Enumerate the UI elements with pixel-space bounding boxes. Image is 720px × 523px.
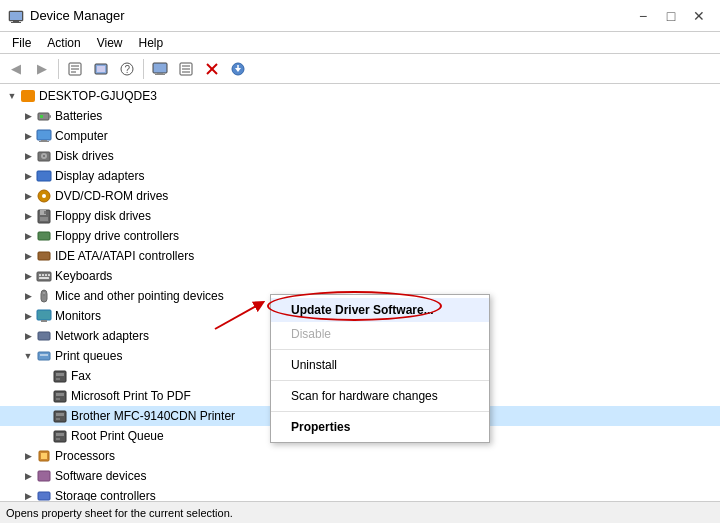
svg-point-35 xyxy=(42,194,46,198)
toolbar-help[interactable]: ? xyxy=(115,57,139,81)
svg-rect-66 xyxy=(56,438,60,440)
cpu-icon xyxy=(36,448,52,464)
svg-rect-55 xyxy=(54,371,66,382)
tree-ide[interactable]: ▶ IDE ATA/ATAPI controllers xyxy=(0,246,720,266)
tree-floppy-ctrl[interactable]: ▶ Floppy drive controllers xyxy=(0,226,720,246)
svg-point-32 xyxy=(43,155,45,157)
pdf-icon xyxy=(52,388,68,404)
ctx-update-driver[interactable]: Update Driver Software... xyxy=(271,298,489,322)
brother-label: Brother MFC-9140CDN Printer xyxy=(71,409,235,423)
svg-rect-43 xyxy=(39,274,41,276)
expand-software[interactable]: ▶ xyxy=(20,468,36,484)
svg-rect-68 xyxy=(41,453,47,459)
monitors-icon xyxy=(36,308,52,324)
close-button[interactable]: ✕ xyxy=(686,6,712,26)
expand-monitors[interactable]: ▶ xyxy=(20,308,36,324)
svg-rect-27 xyxy=(37,130,51,140)
expand-printq[interactable]: ▼ xyxy=(20,348,36,364)
svg-rect-3 xyxy=(11,22,21,23)
storage-label: Storage controllers xyxy=(55,489,156,501)
toolbar-remove[interactable] xyxy=(200,57,224,81)
window-title: Device Manager xyxy=(30,8,125,23)
expand-ide[interactable]: ▶ xyxy=(20,248,36,264)
tree-batteries[interactable]: ▶ Batteries xyxy=(0,106,720,126)
software-label: Software devices xyxy=(55,469,146,483)
rootpq-icon xyxy=(52,428,68,444)
toolbar-list[interactable] xyxy=(174,57,198,81)
expand-batteries[interactable]: ▶ xyxy=(20,108,36,124)
svg-rect-40 xyxy=(38,232,50,240)
tree-floppy[interactable]: ▶ Floppy disk drives xyxy=(0,206,720,226)
rootpq-label: Root Print Queue xyxy=(71,429,164,443)
status-bar: Opens property sheet for the current sel… xyxy=(0,501,720,523)
svg-rect-56 xyxy=(56,373,64,376)
toolbar-properties[interactable] xyxy=(63,57,87,81)
storage-icon xyxy=(36,488,52,501)
svg-rect-24 xyxy=(38,113,49,120)
mice-icon xyxy=(36,288,52,304)
mice-label: Mice and other pointing devices xyxy=(55,289,224,303)
tree-root[interactable]: ▼ DESKTOP-GJUQDE3 xyxy=(0,86,720,106)
ctx-properties[interactable]: Properties xyxy=(271,415,489,439)
batteries-label: Batteries xyxy=(55,109,102,123)
tree-software[interactable]: ▶ Software devices xyxy=(0,466,720,486)
display-label: Display adapters xyxy=(55,169,144,183)
expand-disk[interactable]: ▶ xyxy=(20,148,36,164)
toolbar-back[interactable]: ◀ xyxy=(4,57,28,81)
ctx-divider-2 xyxy=(271,380,489,381)
svg-rect-14 xyxy=(155,74,165,75)
window-controls: − □ ✕ xyxy=(630,6,712,26)
expand-network[interactable]: ▶ xyxy=(20,328,36,344)
svg-rect-1 xyxy=(10,12,22,20)
menu-help[interactable]: Help xyxy=(131,34,172,52)
svg-text:?: ? xyxy=(125,64,131,75)
expand-root[interactable]: ▼ xyxy=(4,88,20,104)
svg-point-49 xyxy=(43,292,45,294)
ctx-disable[interactable]: Disable xyxy=(271,322,489,346)
svg-rect-47 xyxy=(39,277,49,279)
maximize-button[interactable]: □ xyxy=(658,6,684,26)
title-bar: Device Manager − □ ✕ xyxy=(0,0,720,32)
menu-file[interactable]: File xyxy=(4,34,39,52)
expand-display[interactable]: ▶ xyxy=(20,168,36,184)
toolbar-forward[interactable]: ▶ xyxy=(30,57,54,81)
ctx-uninstall[interactable]: Uninstall xyxy=(271,353,489,377)
cpu-label: Processors xyxy=(55,449,115,463)
expand-mice[interactable]: ▶ xyxy=(20,288,36,304)
svg-rect-58 xyxy=(54,391,66,402)
pdf-label: Microsoft Print To PDF xyxy=(71,389,191,403)
expand-computer[interactable]: ▶ xyxy=(20,128,36,144)
monitors-label: Monitors xyxy=(55,309,101,323)
svg-rect-64 xyxy=(54,431,66,442)
tree-storage[interactable]: ▶ Storage controllers xyxy=(0,486,720,501)
expand-floppy-ctrl[interactable]: ▶ xyxy=(20,228,36,244)
minimize-button[interactable]: − xyxy=(630,6,656,26)
expand-keyboards[interactable]: ▶ xyxy=(20,268,36,284)
disk-label: Disk drives xyxy=(55,149,114,163)
tree-dvd[interactable]: ▶ DVD/CD-ROM drives xyxy=(0,186,720,206)
svg-rect-25 xyxy=(49,115,51,118)
tree-cpu[interactable]: ▶ Processors xyxy=(0,446,720,466)
menu-view[interactable]: View xyxy=(89,34,131,52)
ide-icon xyxy=(36,248,52,264)
ctx-scan[interactable]: Scan for hardware changes xyxy=(271,384,489,408)
svg-rect-12 xyxy=(153,63,167,73)
tree-disk[interactable]: ▶ Disk drives xyxy=(0,146,720,166)
toolbar-scan[interactable] xyxy=(89,57,113,81)
expand-dvd[interactable]: ▶ xyxy=(20,188,36,204)
toolbar-monitor[interactable] xyxy=(148,57,172,81)
toolbar: ◀ ▶ ? xyxy=(0,54,720,84)
tree-display[interactable]: ▶ Display adapters xyxy=(0,166,720,186)
svg-rect-45 xyxy=(45,274,47,276)
main-area: ▼ DESKTOP-GJUQDE3 ▶ Batteries ▶ Computer… xyxy=(0,84,720,501)
tree-keyboards[interactable]: ▶ Keyboards xyxy=(0,266,720,286)
expand-cpu[interactable]: ▶ xyxy=(20,448,36,464)
svg-rect-70 xyxy=(38,492,50,500)
svg-rect-62 xyxy=(56,413,64,416)
toolbar-download[interactable] xyxy=(226,57,250,81)
expand-floppy[interactable]: ▶ xyxy=(20,208,36,224)
batteries-icon xyxy=(36,108,52,124)
menu-action[interactable]: Action xyxy=(39,34,88,52)
tree-computer[interactable]: ▶ Computer xyxy=(0,126,720,146)
expand-storage[interactable]: ▶ xyxy=(20,488,36,501)
